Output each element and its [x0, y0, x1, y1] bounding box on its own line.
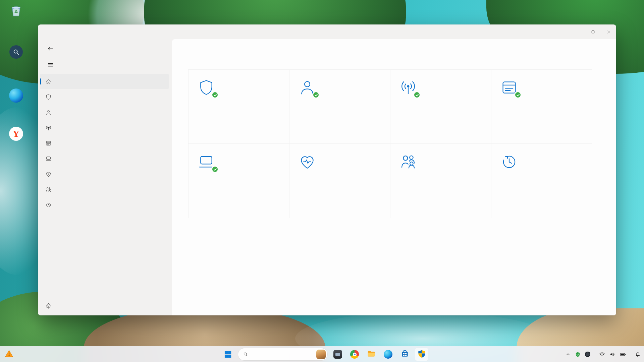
taskbar-windows-security[interactable]	[415, 348, 428, 361]
battery-icon[interactable]	[620, 351, 626, 358]
status-check-icon	[413, 91, 421, 99]
taskbar-file-explorer[interactable]	[365, 348, 378, 361]
wifi-icon[interactable]	[599, 351, 605, 357]
tray-chevron-up-icon[interactable]	[566, 352, 571, 357]
gear-icon	[45, 303, 52, 309]
desktop-icon-yandex[interactable]: Y	[1, 126, 31, 145]
sidebar-nav	[40, 74, 169, 213]
sidebar-item-device-security[interactable]	[40, 151, 169, 166]
status-check-icon	[211, 166, 219, 173]
family-icon	[399, 153, 419, 172]
windows-security-window	[38, 24, 616, 315]
laptop-icon	[45, 156, 52, 162]
notification-bell-icon[interactable]	[635, 352, 641, 357]
card-protection-history[interactable]	[491, 144, 592, 218]
taskbar-chrome[interactable]	[348, 348, 361, 361]
sidebar-item-protection-history[interactable]	[40, 197, 169, 213]
desktop-icon-edge[interactable]	[1, 88, 31, 107]
sidebar-item-app-browser-control[interactable]	[40, 135, 169, 151]
sidebar-item-firewall-network[interactable]	[40, 120, 169, 135]
sidebar-item-home[interactable]	[40, 74, 169, 89]
taskbar-edge[interactable]	[381, 348, 395, 361]
family-icon	[45, 186, 52, 193]
security-cards-grid	[188, 69, 606, 218]
desktop-icon-info-shortcut[interactable]	[1, 44, 31, 63]
status-check-icon	[211, 91, 219, 99]
window-controls	[570, 24, 616, 39]
volume-icon[interactable]	[609, 351, 615, 357]
sidebar-item-family-options[interactable]	[40, 182, 169, 197]
home-icon	[45, 78, 52, 85]
back-button[interactable]	[45, 44, 56, 54]
chrome-icon	[350, 350, 359, 359]
yandex-logo-icon: Y	[8, 126, 24, 141]
card-account-protection[interactable]	[289, 69, 390, 144]
shield-icon	[197, 78, 217, 98]
card-family-options[interactable]	[390, 144, 491, 218]
status-check-icon	[312, 91, 320, 99]
taskbar-tray	[566, 346, 641, 362]
network-icon	[45, 125, 52, 131]
sidebar-item-virus-threat-protection[interactable]	[40, 89, 169, 105]
search-highlight-image	[316, 350, 326, 359]
history-icon	[45, 202, 52, 208]
main-content	[172, 39, 616, 315]
store-icon	[400, 349, 409, 359]
sidebar-item-device-performance-health[interactable]	[40, 166, 169, 182]
dark-app-icon	[333, 350, 342, 359]
card-device-security[interactable]	[188, 144, 289, 218]
apps-icon	[45, 140, 52, 146]
card-device-performance-health[interactable]	[289, 144, 390, 218]
history-icon	[500, 153, 520, 172]
window-titlebar[interactable]	[38, 24, 616, 39]
heart-pulse-icon	[298, 153, 318, 172]
apps-icon	[500, 78, 520, 98]
defender-shield-icon	[417, 349, 426, 360]
taskbar-search[interactable]	[238, 348, 328, 361]
start-button[interactable]	[221, 348, 234, 361]
heart-pulse-icon	[45, 171, 52, 177]
folder-icon	[367, 349, 376, 359]
card-app-browser-control[interactable]	[491, 69, 592, 144]
edge-icon	[384, 350, 392, 359]
warning-icon	[5, 349, 13, 359]
weather-alert-widget[interactable]	[5, 346, 16, 362]
status-check-icon	[514, 91, 522, 99]
desktop-icon-recycle-bin[interactable]	[1, 3, 31, 21]
maximize-button[interactable]	[585, 24, 601, 39]
sidebar	[38, 39, 172, 315]
menu-button[interactable]	[45, 60, 56, 70]
edge-logo-icon	[8, 88, 24, 103]
magnifier-shortcut-icon	[8, 44, 24, 60]
taskbar-store[interactable]	[398, 348, 412, 361]
person-icon	[45, 109, 52, 116]
tray-security-shield-icon[interactable]	[575, 352, 581, 357]
search-icon	[243, 352, 248, 357]
laptop-icon	[197, 153, 217, 172]
recycle-bin-icon	[8, 3, 24, 18]
taskbar-center	[221, 346, 428, 362]
card-virus-threat-protection[interactable]	[188, 69, 289, 144]
sidebar-item-settings[interactable]	[40, 298, 169, 313]
card-firewall-network[interactable]	[390, 69, 491, 144]
taskbar	[0, 346, 644, 362]
network-icon	[399, 78, 419, 98]
tray-app-icon[interactable]	[585, 352, 590, 357]
close-button[interactable]	[601, 24, 616, 39]
taskbar-app-dark-window[interactable]	[331, 348, 344, 361]
shield-icon	[45, 94, 52, 100]
sidebar-item-account-protection[interactable]	[40, 105, 169, 120]
minimize-button[interactable]	[570, 24, 585, 39]
person-icon	[298, 78, 318, 98]
